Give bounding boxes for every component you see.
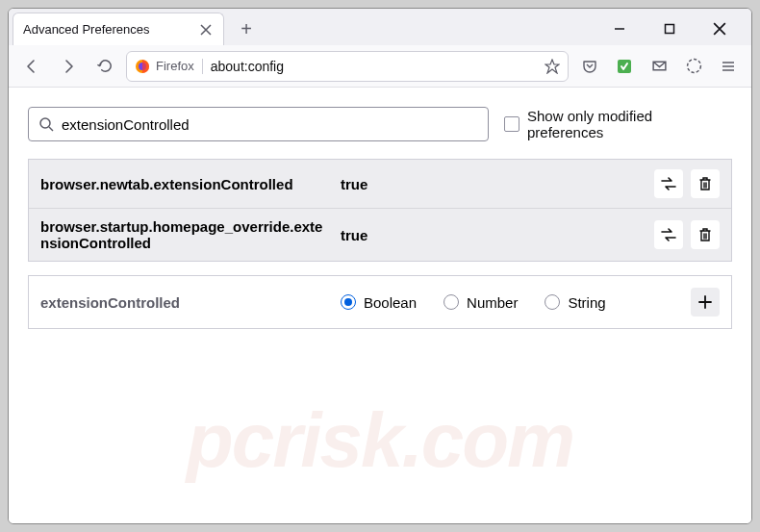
reload-button[interactable] xyxy=(89,51,120,82)
navigation-toolbar: Firefox xyxy=(9,45,751,88)
close-tab-icon[interactable] xyxy=(198,22,214,38)
checkbox-label: Show only modified preferences xyxy=(527,108,732,140)
browser-window: Advanced Preferences + xyxy=(8,8,752,524)
pref-row: browser.startup.homepage_override.extens… xyxy=(29,208,731,261)
new-pref-row: extensionControlled Boolean Number Strin… xyxy=(28,275,732,329)
close-window-button[interactable] xyxy=(703,14,736,43)
menu-icon[interactable] xyxy=(713,51,744,82)
delete-button[interactable] xyxy=(691,220,720,249)
radio-label: String xyxy=(568,294,605,311)
tab-bar: Advanced Preferences + xyxy=(9,9,751,45)
checkbox-icon xyxy=(504,116,519,132)
mail-icon[interactable] xyxy=(644,51,674,82)
pref-value: true xyxy=(341,176,643,192)
pref-name: browser.startup.homepage_override.extens… xyxy=(40,218,329,251)
tab-advanced-preferences[interactable]: Advanced Preferences xyxy=(13,13,224,45)
radio-number[interactable]: Number xyxy=(443,294,518,311)
maximize-button[interactable] xyxy=(653,14,686,43)
watermark: pcrisk.com xyxy=(9,396,751,485)
page-content: Show only modified preferences browser.n… xyxy=(9,88,751,523)
account-icon[interactable] xyxy=(678,51,709,82)
url-bar[interactable]: Firefox xyxy=(126,51,569,82)
identity-box[interactable]: Firefox xyxy=(135,59,203,74)
search-box[interactable] xyxy=(28,107,489,141)
extension-icon[interactable] xyxy=(609,51,640,82)
prefs-list: browser.newtab.extensionControlled true … xyxy=(28,159,732,262)
toggle-button[interactable] xyxy=(654,169,683,198)
pref-value: true xyxy=(341,227,643,243)
bookmark-star-icon[interactable] xyxy=(545,59,560,74)
toggle-button[interactable] xyxy=(654,220,683,249)
radio-icon xyxy=(545,294,560,310)
back-button[interactable] xyxy=(16,51,47,82)
new-tab-button[interactable]: + xyxy=(232,14,261,43)
add-pref-button[interactable] xyxy=(691,288,720,317)
svg-point-4 xyxy=(687,60,700,73)
show-modified-checkbox[interactable]: Show only modified preferences xyxy=(504,108,732,140)
radio-boolean[interactable]: Boolean xyxy=(341,294,417,311)
pocket-icon[interactable] xyxy=(574,51,605,82)
pref-name: browser.newtab.extensionControlled xyxy=(40,176,329,192)
identity-label: Firefox xyxy=(156,59,194,73)
svg-point-5 xyxy=(40,118,50,128)
new-pref-name: extensionControlled xyxy=(40,294,329,311)
pref-row: browser.newtab.extensionControlled true xyxy=(29,160,731,208)
radio-icon xyxy=(443,294,459,310)
svg-rect-0 xyxy=(666,25,674,34)
radio-label: Boolean xyxy=(364,294,417,311)
delete-button[interactable] xyxy=(691,169,720,198)
minimize-button[interactable] xyxy=(603,14,636,43)
window-controls xyxy=(603,14,747,43)
radio-icon xyxy=(341,294,356,310)
tab-title: Advanced Preferences xyxy=(23,22,150,37)
search-icon xyxy=(38,116,54,132)
url-input[interactable] xyxy=(211,59,537,74)
type-radio-group: Boolean Number String xyxy=(341,294,679,311)
radio-string[interactable]: String xyxy=(545,294,605,311)
search-input[interactable] xyxy=(62,116,478,133)
search-row: Show only modified preferences xyxy=(28,107,732,141)
forward-button[interactable] xyxy=(53,51,84,82)
firefox-icon xyxy=(135,59,150,74)
radio-label: Number xyxy=(467,294,518,311)
